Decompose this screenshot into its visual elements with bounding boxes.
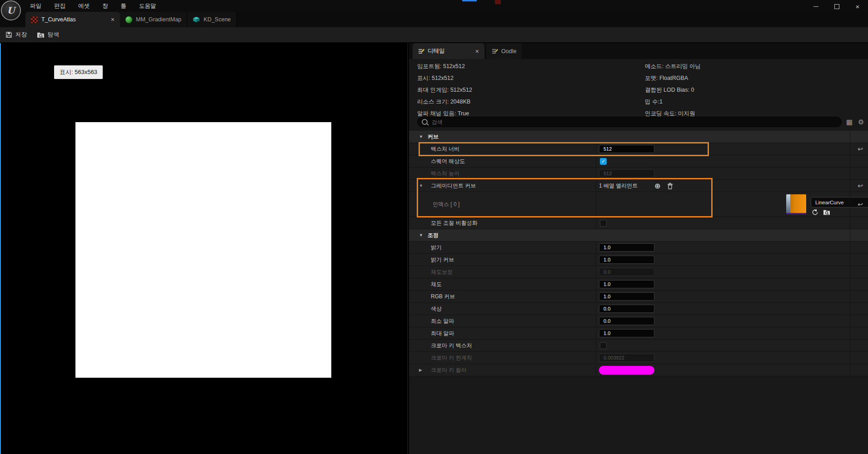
info-displayed: 표시: 512x512 bbox=[417, 72, 472, 84]
save-button[interactable]: 저장 bbox=[5, 31, 27, 39]
unreal-logo: U bbox=[1, 0, 21, 20]
tab-close-icon[interactable]: × bbox=[475, 48, 479, 54]
details-icon bbox=[418, 48, 424, 54]
section-title: 조정 bbox=[428, 232, 439, 239]
row-max-alpha: 최대 알파 bbox=[409, 327, 868, 340]
rgb-curve-label: RGB 커브 bbox=[409, 291, 596, 302]
max-alpha-input[interactable] bbox=[599, 329, 654, 337]
title-icon-fragment bbox=[495, 0, 501, 4]
rgb-curve-input[interactable] bbox=[599, 292, 654, 301]
chroma-key-color-swatch[interactable] bbox=[599, 366, 654, 375]
square-resolution-checkbox[interactable]: ✓ bbox=[600, 158, 607, 165]
title-accent-line bbox=[462, 0, 477, 1]
disable-all-checkbox[interactable] bbox=[600, 220, 607, 227]
texture-width-input[interactable] bbox=[599, 145, 654, 153]
minimize-icon bbox=[813, 6, 818, 7]
row-index-0: 인덱스 [ 0 ] LinearCurve ↩ bbox=[409, 192, 868, 217]
tab-t-curveatlas[interactable]: T_CurveAtlas × bbox=[25, 12, 120, 27]
collapse-arrow-icon: ▼ bbox=[419, 233, 423, 237]
menu-window[interactable]: 창 bbox=[96, 2, 115, 10]
search-input[interactable] bbox=[431, 118, 823, 126]
settings-gear-icon[interactable]: ⚙ bbox=[858, 118, 864, 127]
material-asset-icon bbox=[125, 16, 132, 23]
asset-tab-strip: T_CurveAtlas × MM_GradientMap KD_Scene bbox=[0, 12, 868, 27]
asset-buttons bbox=[812, 209, 830, 216]
chroma-key-texture-checkbox[interactable] bbox=[600, 342, 607, 349]
min-alpha-input[interactable] bbox=[599, 317, 654, 325]
row-saturation: 채도 bbox=[409, 278, 868, 291]
brightness-input[interactable] bbox=[599, 243, 654, 252]
tab-label: 디테일 bbox=[428, 47, 445, 55]
expand-arrow-icon[interactable]: ▶ bbox=[419, 368, 422, 372]
saturation-input[interactable] bbox=[599, 280, 654, 288]
tab-close-icon[interactable]: × bbox=[111, 16, 115, 23]
unreal-editor-window: 파일 편집 에셋 창 툴 도움말 × U T_CurveAtlas × MM_G… bbox=[0, 0, 868, 454]
menu-edit[interactable]: 편집 bbox=[48, 2, 72, 10]
hue-label: 색상 bbox=[409, 303, 596, 315]
chroma-key-texture-label: 크로마 키 텍스처 bbox=[409, 340, 596, 351]
minimize-button[interactable] bbox=[805, 0, 826, 13]
brightness-curve-label: 밝기 커브 bbox=[409, 254, 596, 266]
menu-asset[interactable]: 에셋 bbox=[72, 2, 96, 10]
reset-to-default-icon[interactable]: ↩ bbox=[855, 201, 865, 208]
texture-width-label: 텍스처 너비 bbox=[409, 143, 596, 155]
row-disable-all-adjustments: 모든 조절 비활성화 bbox=[409, 217, 868, 229]
disable-all-label: 모든 조절 비활성화 bbox=[409, 217, 596, 229]
use-selected-asset-icon[interactable] bbox=[812, 209, 818, 216]
browse-label: 탐색 bbox=[48, 31, 59, 39]
texture-preview bbox=[75, 122, 331, 378]
curve-asset-name: LinearCurve bbox=[815, 200, 844, 205]
expand-arrow-icon[interactable]: ▼ bbox=[419, 183, 423, 188]
browse-to-asset-icon[interactable] bbox=[823, 209, 830, 215]
chroma-key-threshold-label: 크로마 키 한계치 bbox=[409, 352, 596, 364]
brightness-label: 밝기 bbox=[409, 242, 596, 253]
tab-label: T_CurveAtlas bbox=[41, 16, 76, 23]
min-alpha-label: 최소 알파 bbox=[409, 315, 596, 327]
row-chroma-key-color: ▶ 크로마 키 컬러 bbox=[409, 364, 868, 376]
clear-array-icon[interactable] bbox=[667, 183, 673, 191]
section-adjustments[interactable]: ▼ 조정 bbox=[409, 229, 868, 242]
maximize-icon bbox=[834, 4, 839, 9]
reset-column-divider bbox=[850, 131, 850, 376]
details-tab-bar: 디테일 × Oodle bbox=[409, 43, 868, 59]
level-asset-icon bbox=[193, 16, 200, 23]
gradient-curve-thumbnail[interactable] bbox=[786, 194, 806, 214]
hue-input[interactable] bbox=[599, 305, 654, 313]
info-imported: 임포트됨: 512x512 bbox=[417, 60, 472, 72]
browse-folder-icon bbox=[37, 32, 45, 38]
row-brightness-curve: 밝기 커브 bbox=[409, 254, 868, 266]
menu-file[interactable]: 파일 bbox=[24, 2, 48, 10]
row-min-alpha: 최소 알파 bbox=[409, 315, 868, 327]
close-button[interactable]: × bbox=[847, 0, 868, 13]
maximize-button[interactable] bbox=[826, 0, 847, 13]
tab-mm-gradientmap[interactable]: MM_GradientMap bbox=[120, 12, 187, 27]
tab-details[interactable]: 디테일 × bbox=[413, 43, 484, 59]
browse-button[interactable]: 탐색 bbox=[37, 31, 59, 39]
search-box[interactable] bbox=[417, 117, 842, 127]
max-alpha-label: 최대 알파 bbox=[409, 327, 596, 339]
view-options-icon[interactable]: ▦ bbox=[846, 118, 853, 127]
add-array-element-icon[interactable]: ⊕ bbox=[654, 182, 660, 190]
saturation-label: 채도 bbox=[409, 278, 596, 290]
section-curve[interactable]: ▼ 커브 bbox=[409, 131, 868, 143]
details-icon bbox=[492, 48, 498, 54]
texture-viewport[interactable]: 표시: 563x563 bbox=[0, 43, 407, 454]
info-format: 포맷: FloatRGBA bbox=[645, 72, 701, 84]
reset-to-default-icon[interactable]: ↩ bbox=[855, 182, 865, 189]
tab-oodle[interactable]: Oodle bbox=[486, 43, 522, 59]
tab-kd-scene[interactable]: KD_Scene bbox=[187, 12, 237, 27]
brightness-curve-input[interactable] bbox=[599, 256, 654, 264]
collapse-arrow-icon: ▼ bbox=[419, 134, 423, 139]
row-texture-height: 텍스처 높이 bbox=[409, 168, 868, 180]
menu-help[interactable]: 도움말 bbox=[133, 2, 163, 10]
menu-tools[interactable]: 툴 bbox=[115, 2, 133, 10]
texture-info-left: 임포트됨: 512x512 표시: 512x512 최대 인게임: 512x51… bbox=[417, 60, 472, 119]
tab-label: Oodle bbox=[501, 48, 516, 54]
info-lod-bias: 결합된 LOD Bias: 0 bbox=[645, 84, 701, 96]
tab-label: KD_Scene bbox=[204, 16, 231, 23]
row-chroma-key-threshold: 크로마 키 한계치 bbox=[409, 352, 868, 364]
row-texture-width: 텍스처 너비 ↩ bbox=[409, 143, 868, 155]
row-chroma-key-texture: 크로마 키 텍스처 bbox=[409, 340, 868, 352]
details-search-row: ▦ ⚙ bbox=[409, 117, 868, 128]
reset-to-default-icon[interactable]: ↩ bbox=[855, 145, 865, 153]
